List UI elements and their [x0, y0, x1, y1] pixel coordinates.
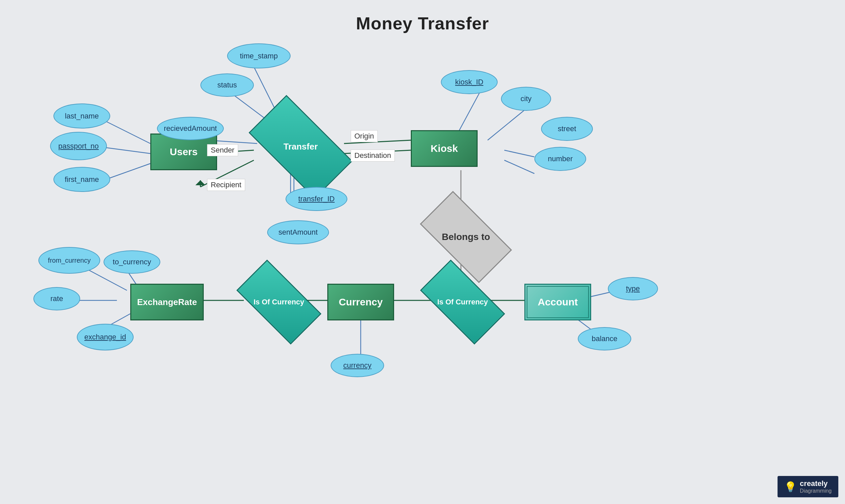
- attr-last-name: last_name: [53, 104, 110, 128]
- attr-type: type: [608, 277, 658, 301]
- entity-transfer[interactable]: Transfer: [254, 120, 347, 174]
- attr-first-name: first_name: [53, 167, 110, 192]
- attr-passport-no: passport_no: [50, 132, 107, 160]
- diagram-container: Money Transfer: [0, 0, 845, 504]
- svg-line-9: [458, 90, 481, 133]
- attr-recieved-amount: recievedAmount: [157, 117, 224, 140]
- attr-to-currency: to_currency: [104, 250, 160, 274]
- diagram-title: Money Transfer: [0, 0, 845, 33]
- attr-city: city: [501, 87, 551, 111]
- attr-exchange-id: exchange_id: [77, 324, 134, 350]
- logo-text: creately Diagramming: [800, 479, 832, 494]
- entity-account[interactable]: Account: [524, 284, 591, 320]
- label-sender: Sender: [207, 144, 238, 156]
- attr-number: number: [534, 147, 586, 171]
- attr-status: status: [200, 73, 254, 97]
- attr-time-stamp: time_stamp: [227, 43, 291, 68]
- creately-logo[interactable]: 💡 creately Diagramming: [777, 476, 838, 497]
- svg-line-0: [104, 120, 150, 144]
- diamond-is-of-currency-1[interactable]: Is Of Currency: [241, 281, 317, 324]
- attr-street: street: [541, 117, 593, 141]
- attr-kiosk-id: kiosk_ID: [441, 70, 498, 94]
- svg-line-10: [488, 110, 524, 140]
- svg-line-1: [100, 147, 150, 154]
- svg-marker-17: [195, 180, 206, 185]
- entity-currency[interactable]: Currency: [327, 284, 394, 320]
- bulb-icon: 💡: [784, 481, 796, 493]
- label-origin: Origin: [351, 130, 378, 142]
- svg-line-12: [504, 160, 534, 174]
- diamond-belongs-to[interactable]: Belongs to: [424, 214, 508, 260]
- entity-kiosk[interactable]: Kiosk: [411, 130, 478, 167]
- attr-sent-amount: sentAmount: [267, 220, 329, 244]
- attr-rate: rate: [33, 287, 80, 310]
- svg-line-11: [504, 150, 534, 157]
- svg-line-2: [104, 164, 150, 180]
- label-destination: Destination: [351, 149, 395, 162]
- entity-exchange-rate[interactable]: ExchangeRate: [130, 284, 204, 320]
- label-recipient: Recipient: [207, 179, 245, 191]
- diamond-is-of-currency-2[interactable]: Is Of Currency: [424, 281, 501, 324]
- attr-from-currency: from_currency: [38, 247, 100, 274]
- attr-currency: currency: [331, 354, 384, 377]
- attr-balance: balance: [578, 327, 631, 350]
- attr-transfer-id: transfer_ID: [285, 187, 347, 211]
